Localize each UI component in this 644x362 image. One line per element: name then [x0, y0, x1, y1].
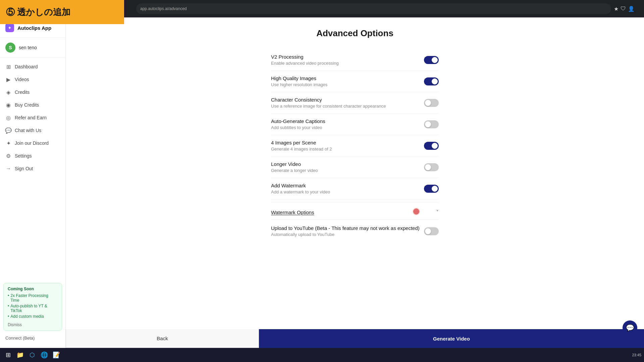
option-row-hq: High Quality Images Use higher resolutio… [271, 71, 439, 92]
option-desc-youtube: Automatically upload to YouTube [271, 232, 420, 237]
taskbar-time: 23:45 [632, 353, 641, 357]
toggle-slider-watermark [424, 185, 439, 193]
extension-icon[interactable]: 🛡 [621, 6, 626, 12]
toggle-4images[interactable] [424, 142, 439, 150]
sidebar-nav: ⊞ Dashboard ▶ Videos ◈ Credits ◉ Buy Cre… [0, 58, 65, 280]
signout-icon: → [5, 166, 11, 172]
toggle-hq[interactable] [424, 77, 439, 85]
option-info-watermark: Add Watermark Add a watermark to your vi… [271, 183, 330, 194]
refer-icon: ◎ [5, 115, 11, 121]
sidebar-item-label: Dashboard [15, 64, 38, 69]
coming-soon-item-2: Auto-publish to YT & TikTok [8, 304, 58, 313]
options-list: V2 Processing Enable advanced video proc… [271, 49, 439, 242]
option-desc-watermark: Add a watermark to your video [271, 189, 330, 194]
discord-icon: ✦ [5, 140, 11, 146]
toggle-v2[interactable] [424, 56, 439, 64]
toggle-char[interactable] [424, 99, 439, 107]
option-label-4images: 4 Images per Scene [271, 140, 332, 145]
option-row-v2: V2 Processing Enable advanced video proc… [271, 49, 439, 71]
logo-text: Autoclips App [17, 25, 51, 31]
address-bar[interactable]: app.autoclips.ai/advanced [136, 3, 611, 14]
start-button[interactable]: ⊞ [3, 350, 13, 360]
option-info-captions: Auto-Generate Captions Add subtitles to … [271, 118, 325, 130]
toggle-youtube[interactable] [424, 227, 439, 235]
profile-icon[interactable]: 👤 [628, 6, 635, 12]
sidebar-item-chat[interactable]: 💬 Chat with Us [0, 124, 65, 137]
coming-soon-box: Coming Soon 2x Faster Processing Time Au… [3, 283, 62, 331]
option-row-longer: Longer Video Generate a longer video [271, 157, 439, 178]
option-row-youtube: Upload to YouTube (Beta - This feature m… [271, 220, 439, 242]
sidebar: ✦ Autoclips App S sen teno ⊞ Dashboard ▶… [0, 17, 66, 348]
chrome-icon[interactable]: 🌐 [39, 350, 50, 360]
option-info-v2: V2 Processing Enable advanced video proc… [271, 54, 339, 66]
toggle-captions[interactable] [424, 120, 439, 128]
cursor-dot [413, 208, 420, 215]
user-name: sen teno [19, 45, 37, 50]
option-label-v2: V2 Processing [271, 54, 339, 60]
dashboard-icon: ⊞ [5, 64, 11, 70]
taskbar: ⊞ 📁 ⬡ 🌐 📝 23:45 [0, 348, 644, 362]
logo-icon: ✦ [5, 23, 14, 32]
sidebar-item-discord[interactable]: ✦ Join our Discord [0, 137, 65, 149]
sidebar-item-buy-credits[interactable]: ◉ Buy Credits [0, 99, 65, 111]
toggle-slider-hq [424, 77, 439, 85]
file-explorer-icon[interactable]: 📁 [15, 350, 25, 360]
option-row-4images: 4 Images per Scene Generate 4 images ins… [271, 135, 439, 157]
coming-soon-item-3: Add custom media [8, 314, 58, 319]
option-info-longer: Longer Video Generate a longer video [271, 161, 318, 173]
generate-button[interactable]: Generate Video [259, 329, 644, 348]
option-desc-v2: Enable advanced video processing [271, 61, 339, 66]
toggle-watermark[interactable] [424, 185, 439, 193]
option-row-captions: Auto-Generate Captions Add subtitles to … [271, 114, 439, 135]
videos-icon: ▶ [5, 76, 11, 82]
option-info-4images: 4 Images per Scene Generate 4 images ins… [271, 140, 332, 152]
chat-bubble[interactable]: 💬 [623, 320, 637, 335]
back-button[interactable]: Back [66, 329, 259, 348]
chevron-down-icon: ˅ [436, 209, 439, 216]
sidebar-item-settings[interactable]: ⚙ Settings [0, 149, 65, 162]
notepad-icon[interactable]: 📝 [51, 350, 62, 360]
option-label-watermark: Add Watermark [271, 183, 330, 188]
option-desc-captions: Add subtitles to your video [271, 125, 325, 130]
address-text: app.autoclips.ai/advanced [140, 6, 187, 11]
watermark-options-header[interactable]: Watermark Options ˅ [271, 205, 439, 220]
vscode-icon[interactable]: ⬡ [27, 350, 38, 360]
sidebar-item-credits[interactable]: ◈ Credits [0, 86, 65, 99]
option-label-char: Character Consistency [271, 97, 386, 103]
toggle-slider-longer [424, 163, 439, 171]
annotation-banner: ⑤ 透かしの追加 [0, 0, 124, 24]
browser-icons-right: ★ 🛡 👤 [614, 6, 635, 12]
sidebar-item-label: Join our Discord [15, 140, 49, 146]
option-row-watermark: Add Watermark Add a watermark to your vi… [271, 178, 439, 199]
user-section[interactable]: S sen teno [0, 38, 65, 58]
option-info-hq: High Quality Images Use higher resolutio… [271, 75, 327, 87]
toggle-slider-youtube [424, 227, 439, 235]
option-info-char: Character Consistency Use a reference im… [271, 97, 386, 109]
toggle-slider-char [424, 99, 439, 107]
chat-bubble-icon: 💬 [626, 324, 634, 332]
sidebar-item-refer-earn[interactable]: ◎ Refer and Earn [0, 111, 65, 124]
option-info-youtube: Upload to YouTube (Beta - This feature m… [271, 225, 420, 237]
connect-beta[interactable]: Connect (Beta) [0, 334, 65, 343]
sidebar-item-label: Sign Out [15, 166, 33, 171]
main-content: Advanced Options V2 Processing Enable ad… [66, 17, 644, 348]
toggle-longer[interactable] [424, 163, 439, 171]
option-label-hq: High Quality Images [271, 75, 327, 81]
dismiss-button[interactable]: Dismiss [8, 322, 22, 327]
sidebar-item-label: Credits [15, 89, 30, 95]
sidebar-item-signout[interactable]: → Sign Out [0, 162, 65, 175]
settings-icon: ⚙ [5, 153, 11, 159]
coming-soon-item-1: 2x Faster Processing Time [8, 293, 58, 303]
sidebar-item-label: Videos [15, 77, 29, 82]
option-label-longer: Longer Video [271, 161, 318, 167]
sidebar-item-label: Chat with Us [15, 128, 41, 133]
option-row-char: Character Consistency Use a reference im… [271, 92, 439, 114]
sidebar-item-dashboard[interactable]: ⊞ Dashboard [0, 60, 65, 73]
annotation-text: ⑤ 透かしの追加 [6, 6, 70, 18]
bookmark-icon[interactable]: ★ [614, 6, 619, 12]
chat-icon: 💬 [5, 127, 11, 133]
buy-credits-icon: ◉ [5, 102, 11, 108]
option-label-captions: Auto-Generate Captions [271, 118, 325, 124]
coming-soon-title: Coming Soon [8, 287, 58, 291]
sidebar-item-videos[interactable]: ▶ Videos [0, 73, 65, 86]
